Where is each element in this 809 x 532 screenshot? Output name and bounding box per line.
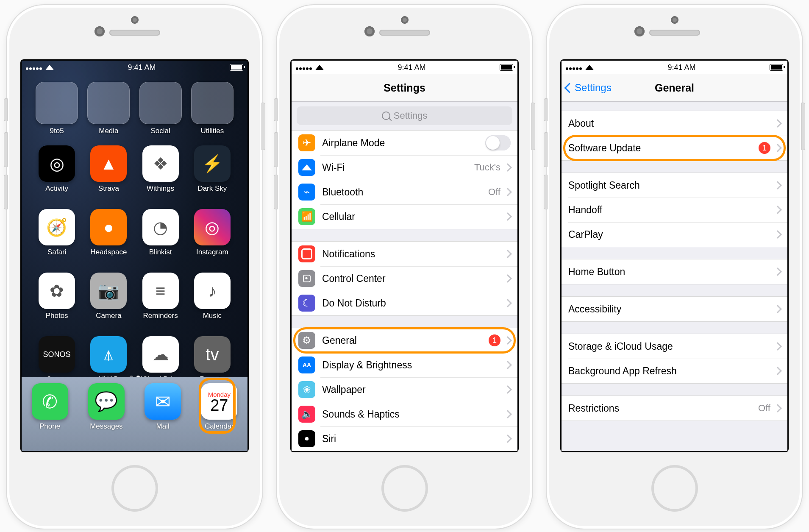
dock-app-phone[interactable]: ✆Phone xyxy=(32,383,68,431)
cell-detail: Off xyxy=(488,187,500,198)
app-label: Camera xyxy=(96,312,121,320)
chevron-right-icon xyxy=(503,212,512,221)
volume-down[interactable] xyxy=(4,175,8,209)
g-cell-icon xyxy=(298,208,315,225)
settings-row-siri[interactable]: Siri xyxy=(292,426,517,451)
status-bar: 9:41 AM xyxy=(22,61,247,74)
toggle[interactable] xyxy=(485,135,511,150)
settings-row-do-not-disturb[interactable]: Do Not Disturb xyxy=(292,291,517,315)
chevron-right-icon xyxy=(773,206,782,214)
app-headspace[interactable]: ●Headspace xyxy=(83,209,134,273)
g-dnd-icon xyxy=(298,295,315,312)
home-button[interactable] xyxy=(651,465,698,512)
search-placeholder: Settings xyxy=(394,110,428,121)
app-music[interactable]: ♪Music xyxy=(186,273,238,336)
app-safari[interactable]: 🧭Safari xyxy=(31,209,83,273)
settings-row-control-center[interactable]: Control Center xyxy=(292,266,517,291)
power-button[interactable] xyxy=(531,103,535,150)
cell-label: Accessibility xyxy=(568,304,775,315)
app-dark-sky[interactable]: ⚡Dark Sky xyxy=(186,145,238,209)
settings-row-airplane-mode[interactable]: Airplane Mode xyxy=(292,131,517,155)
status-bar: 9:41 AM xyxy=(562,61,787,74)
folder-social[interactable]: Social xyxy=(135,82,186,145)
back-button[interactable]: Settings xyxy=(566,74,612,101)
app-withings[interactable]: ❖Withings xyxy=(135,145,186,209)
general-row-handoff[interactable]: Handoff xyxy=(562,198,787,222)
general-row-home-button[interactable]: Home Button xyxy=(562,259,787,284)
home-button[interactable] xyxy=(111,465,158,512)
general-row-spotlight-search[interactable]: Spotlight Search xyxy=(562,173,787,198)
settings-list[interactable]: SettingsAirplane ModeWi-FiTuck'sBluetoot… xyxy=(292,102,517,451)
mute-switch[interactable] xyxy=(544,98,548,121)
folder-9to5[interactable]: 9to5 xyxy=(31,82,83,145)
settings-row-wallpaper[interactable]: Wallpaper xyxy=(292,377,517,402)
mute-switch[interactable] xyxy=(274,98,278,121)
chevron-right-icon xyxy=(773,144,782,152)
cell-detail: Off xyxy=(758,403,770,414)
app-label: Mail xyxy=(156,422,170,431)
power-button[interactable] xyxy=(801,103,805,150)
app-icon: ❖ xyxy=(142,145,179,182)
app-camera[interactable]: 📷Camera xyxy=(83,273,134,336)
volume-up[interactable] xyxy=(274,132,278,167)
folder-media[interactable]: Media xyxy=(83,82,134,145)
general-group: Accessibility xyxy=(562,296,787,322)
proximity-sensor xyxy=(95,26,105,36)
search-field[interactable]: Settings xyxy=(297,106,512,125)
app-activity[interactable]: ◎Activity xyxy=(31,145,83,209)
home-button[interactable] xyxy=(381,465,428,512)
folder-label: 9to5 xyxy=(50,127,64,135)
folder-utilities[interactable]: Utilities xyxy=(186,82,238,145)
g-wall-icon xyxy=(298,381,315,398)
chevron-right-icon xyxy=(503,385,512,394)
volume-down[interactable] xyxy=(544,175,548,209)
dock-app-mail[interactable]: ✉︎Mail xyxy=(145,383,181,431)
app-label: Withings xyxy=(147,184,174,193)
app-label: Headspace xyxy=(90,248,127,256)
general-row-carplay[interactable]: CarPlay xyxy=(562,222,787,247)
volume-up[interactable] xyxy=(4,132,8,167)
chevron-left-icon xyxy=(564,83,574,93)
general-row-restrictions[interactable]: RestrictionsOff xyxy=(562,396,787,421)
general-row-background-app-refresh[interactable]: Background App Refresh xyxy=(562,359,787,383)
cell-label: CarPlay xyxy=(568,229,775,240)
dock-app-calendar[interactable]: Monday27Calendar xyxy=(201,383,237,431)
chevron-right-icon xyxy=(503,250,512,258)
app-label: Messages xyxy=(90,422,122,431)
volume-down[interactable] xyxy=(274,175,278,209)
settings-row-display-brightness[interactable]: Display & Brightness xyxy=(292,353,517,377)
cell-label: Storage & iCloud Usage xyxy=(568,341,775,352)
app-blinkist[interactable]: ◔Blinkist xyxy=(135,209,186,273)
settings-row-bluetooth[interactable]: BluetoothOff xyxy=(292,180,517,204)
battery-icon xyxy=(230,64,243,71)
app-reminders[interactable]: ≡Reminders xyxy=(135,273,186,336)
chevron-right-icon xyxy=(773,367,782,375)
volume-up[interactable] xyxy=(544,132,548,167)
folder-label: Media xyxy=(99,127,118,135)
badge: 1 xyxy=(489,334,500,346)
settings-row-wi-fi[interactable]: Wi-FiTuck's xyxy=(292,155,517,180)
general-row-storage-icloud-usage[interactable]: Storage & iCloud Usage xyxy=(562,334,787,359)
cell-label: Restrictions xyxy=(568,403,758,414)
cell-label: Software Update xyxy=(568,142,759,154)
settings-row-sounds-haptics[interactable]: Sounds & Haptics xyxy=(292,402,517,426)
battery-icon xyxy=(770,64,783,71)
settings-row-cellular[interactable]: Cellular xyxy=(292,204,517,229)
app-label: Dark Sky xyxy=(197,184,227,193)
general-row-about[interactable]: About xyxy=(562,111,787,136)
general-row-software-update[interactable]: Software Update1 xyxy=(562,136,787,160)
earpiece-speaker xyxy=(649,30,700,36)
cell-label: About xyxy=(568,118,775,129)
settings-row-general[interactable]: General1 xyxy=(292,328,517,353)
mute-switch[interactable] xyxy=(4,98,8,121)
general-list[interactable]: AboutSoftware Update1Spotlight SearchHan… xyxy=(562,102,787,451)
app-label: Instagram xyxy=(196,248,228,256)
app-strava[interactable]: ▲Strava xyxy=(83,145,134,209)
settings-row-notifications[interactable]: Notifications xyxy=(292,242,517,266)
app-instagram[interactable]: ◎Instagram xyxy=(186,209,238,273)
app-photos[interactable]: ✿Photos xyxy=(31,273,83,336)
chevron-right-icon xyxy=(773,342,782,351)
general-row-accessibility[interactable]: Accessibility xyxy=(562,297,787,321)
power-button[interactable] xyxy=(261,103,265,150)
dock-app-messages[interactable]: 💬Messages xyxy=(88,383,125,431)
